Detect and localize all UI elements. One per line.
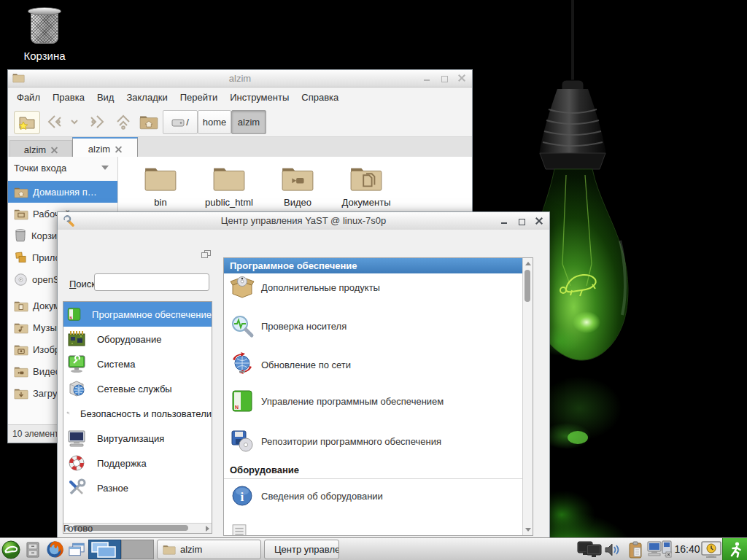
- scroll-up-icon[interactable]: [525, 262, 531, 265]
- menu-bookmarks[interactable]: Закладки: [126, 92, 167, 103]
- scroll-right-icon[interactable]: [206, 526, 209, 532]
- file-bin[interactable]: bin: [128, 164, 193, 208]
- category-hardware[interactable]: Оборудование: [63, 327, 212, 351]
- fm-titlebar[interactable]: alzim: [8, 70, 472, 88]
- music-folder-icon: [14, 322, 28, 334]
- folder-icon: [212, 164, 246, 192]
- category-support[interactable]: Поддержка: [63, 451, 212, 475]
- firefox-launcher[interactable]: [44, 540, 65, 559]
- path-root-button[interactable]: /: [163, 110, 198, 134]
- tab-close-icon[interactable]: [51, 147, 58, 153]
- maximize-button[interactable]: [518, 217, 526, 225]
- dual-monitor-icon: [577, 540, 602, 559]
- search-input[interactable]: [94, 273, 209, 291]
- scrollbar-thumb[interactable]: [525, 270, 530, 302]
- category-security-users[interactable]: Безопасность и пользователи: [63, 401, 212, 426]
- display-settings-tray-icon[interactable]: [576, 540, 603, 559]
- document-icon: [230, 523, 249, 536]
- menu-file[interactable]: Файл: [17, 92, 40, 103]
- section-hardware: Оборудование: [230, 464, 299, 475]
- clock[interactable]: 16:40: [674, 538, 700, 560]
- videos-folder-icon: [14, 365, 28, 378]
- back-button[interactable]: [44, 111, 65, 133]
- network-tray-icon[interactable]: [646, 540, 673, 559]
- fm-window-title: alzim: [8, 73, 472, 84]
- workspace-1[interactable]: [88, 540, 121, 559]
- vertical-scrollbar[interactable]: [522, 258, 533, 535]
- forward-button[interactable]: [87, 111, 107, 133]
- minimize-button[interactable]: [423, 74, 431, 82]
- module-software-management[interactable]: N Управление программным обеспечением: [230, 389, 444, 413]
- close-button[interactable]: [535, 217, 543, 225]
- trash-label: Корзина: [13, 50, 76, 62]
- module-addon-products[interactable]: Дополнительные продукты: [230, 275, 380, 300]
- logout-button[interactable]: [722, 538, 747, 560]
- workspace-2[interactable]: [121, 540, 154, 559]
- category-misc[interactable]: Разное: [63, 475, 212, 500]
- module-label: Управление программным обеспечением: [261, 396, 444, 407]
- downloads-folder-icon: [14, 387, 28, 400]
- category-system[interactable]: Система: [63, 351, 212, 376]
- workspace-windows: [89, 540, 120, 559]
- path-home-button[interactable]: home: [198, 110, 231, 134]
- show-desktop-button[interactable]: [66, 540, 87, 559]
- disc-icon: [14, 273, 28, 287]
- scroll-down-icon[interactable]: [525, 528, 531, 532]
- path-current-button[interactable]: alzim: [231, 110, 266, 134]
- category-label: Разное: [97, 483, 128, 494]
- volume-tray-icon[interactable]: [603, 540, 622, 559]
- yast-titlebar[interactable]: Центр управления YaST @ linux-7s0p: [58, 212, 549, 230]
- menu-tools[interactable]: Инструменты: [230, 92, 289, 103]
- place-home[interactable]: Домашняя п…: [8, 181, 117, 203]
- place-label: Домашняя п…: [33, 187, 97, 198]
- file-documents[interactable]: Документы: [334, 164, 398, 208]
- module-label: Обновление по сети: [261, 359, 351, 370]
- network-computers-icon: [647, 540, 672, 559]
- opensuse-menu-button[interactable]: [1, 540, 21, 559]
- file-manager-launcher[interactable]: [23, 540, 43, 559]
- software-icon: N: [66, 304, 82, 324]
- menu-help[interactable]: Справка: [301, 92, 338, 103]
- trash-desktop-icon[interactable]: Корзина: [13, 7, 76, 62]
- menu-view[interactable]: Вид: [97, 92, 115, 103]
- file-public-html[interactable]: public_html: [197, 164, 261, 208]
- show-desktop-icon: [68, 542, 86, 558]
- panel-header: Программное обеспечение: [224, 258, 523, 273]
- new-tab-button[interactable]: [14, 111, 40, 134]
- search-label: Поиск: [69, 279, 96, 289]
- clipboard-tray-icon[interactable]: [626, 540, 645, 559]
- category-virtualization[interactable]: Виртуализация: [63, 426, 212, 451]
- home-button[interactable]: [136, 111, 161, 133]
- close-button[interactable]: [458, 74, 466, 82]
- back-history-dropdown[interactable]: [68, 111, 81, 133]
- module-partial[interactable]: [230, 523, 249, 536]
- tab-close-icon[interactable]: [115, 146, 122, 152]
- category-label: Сетевые службы: [97, 384, 172, 394]
- minimize-button[interactable]: [500, 217, 508, 225]
- path-home-label: home: [203, 117, 227, 128]
- taskbar-button-alzim[interactable]: alzim: [157, 540, 261, 559]
- module-label: Дополнительные продукты: [261, 282, 380, 293]
- module-online-update[interactable]: Обновление по сети: [230, 352, 351, 377]
- svg-text:i: i: [241, 490, 244, 504]
- category-software[interactable]: N Программное обеспечение: [63, 302, 212, 327]
- places-selector[interactable]: Точки входа: [14, 163, 66, 174]
- menu-go[interactable]: Перейти: [180, 92, 218, 103]
- file-video[interactable]: Видео: [266, 164, 330, 208]
- new-tab-folder-icon: [18, 114, 36, 131]
- up-button[interactable]: [113, 111, 133, 133]
- module-software-repositories[interactable]: Репозитории программного обеспечения: [230, 429, 441, 454]
- lifebuoy-icon: [66, 453, 87, 473]
- category-label: Система: [97, 359, 135, 370]
- module-hardware-information[interactable]: i Сведения об оборудовании: [230, 483, 383, 508]
- pictures-folder-icon: [14, 343, 28, 356]
- undock-icon[interactable]: [201, 250, 211, 259]
- menu-edit[interactable]: Правка: [53, 92, 85, 103]
- maximize-button[interactable]: [441, 74, 449, 82]
- screensaver-clock-tray-icon[interactable]: [700, 540, 722, 559]
- category-label: Безопасность и пользователи: [80, 408, 212, 419]
- yast-statusbar: Готово: [63, 523, 93, 534]
- module-media-check[interactable]: Проверка носителя: [230, 314, 347, 338]
- category-network-services[interactable]: Сетевые службы: [63, 376, 212, 401]
- taskbar-button-yast[interactable]: Центр управлени…: [264, 540, 339, 559]
